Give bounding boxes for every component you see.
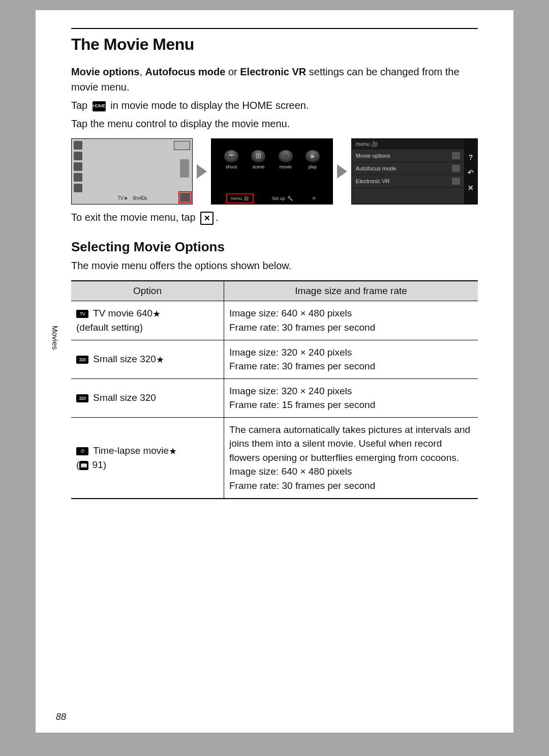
gear-icon [74,162,82,171]
page-title: The Movie Menu [71,35,478,54]
setup-button: Set up🔧 [272,196,293,201]
movie-options-table: Option Image size and frame rate TV TV m… [71,280,478,499]
page-ref-icon: 📖 [79,461,88,470]
zoom-control [180,159,189,178]
detail-cell: Image size: 320 × 240 pixels Frame rate:… [224,379,478,417]
detail-cell: The camera automatically takes pictures … [224,417,478,498]
option-cell: ⏱ Time-lapse movie★(📖 91) [71,417,224,498]
help-icon: ? [469,153,473,161]
mode-movie: 🎥movie [279,150,293,169]
table-row: 320 Small size 320Image size: 320 × 240 … [71,379,478,417]
movie-icon [74,141,82,150]
tv-badge-icon [452,152,460,159]
arrow-right-icon [337,164,347,179]
play-icon [74,152,82,160]
mode-play: ▶play [306,150,320,169]
table-row: 320 Small size 320★Image size: 320 × 240… [71,340,478,379]
option-badge-icon: 320 [76,394,88,402]
option-cell: 320 Small size 320★ [71,340,224,379]
menu-item-autofocus: Autofocus mode [352,162,464,175]
option-cell: TV TV movie 640★(default setting) [71,301,224,340]
exit-line: To exit the movie menu, tap ✕. [71,210,478,225]
option-badge-icon: TV [76,310,88,318]
intro-bold-1: Movie options [71,66,139,77]
close-icon: ✕ [200,212,214,225]
menu-title: menu 🎥 [352,139,464,150]
camera-screen-home: 📷shoot 🅂scene 🎥movie ▶play menu🎥 Set up🔧… [211,138,332,205]
table-row: ⏱ Time-lapse movie★(📖 91)The camera auto… [71,417,478,498]
vr-badge-icon [452,178,460,185]
option-name: Time-lapse movie [90,445,169,456]
flash-icon [74,184,82,192]
mode-shoot: 📷shoot [224,150,238,169]
tap-menu-line: Tap the menu control to display the movi… [71,116,478,131]
sub-heading: Selecting Movie Options [71,239,478,255]
af-badge-icon [452,165,460,172]
page-number: 88 [56,712,66,722]
detail-cell: Image size: 640 × 480 pixels Frame rate:… [224,301,478,340]
close-button: ✕ [312,196,316,201]
status-readout: TV★ 8m40s [117,195,147,201]
tap-home-line: Tap HOME in movie mode to display the HO… [71,98,478,113]
screenshots-row: TV★ 8m40s 📷shoot 🅂scene 🎥movie ▶play men… [71,138,478,205]
option-name: TV movie 640 [90,308,152,318]
camera-screen-movie-menu: menu 🎥 Movie options Autofocus mode Elec… [351,138,478,205]
aperture-icon [74,173,82,182]
battery-icon [174,141,190,150]
menu-item-movie-options: Movie options [352,150,464,162]
close-icon: ✕ [468,184,474,192]
star-icon: ★ [169,446,177,456]
star-icon: ★ [156,355,164,365]
option-note: (default setting) [76,321,219,335]
th-option: Option [71,281,224,301]
option-badge-icon: 320 [76,356,88,364]
table-row: TV TV movie 640★(default setting)Image s… [71,301,478,340]
star-icon: ★ [152,309,161,319]
th-detail: Image size and frame rate [224,281,478,301]
home-icon: HOME [93,101,106,111]
intro-bold-3: Electronic VR [240,66,306,77]
sub-text: The movie menu offers the options shown … [71,258,478,273]
back-icon: ↶ [468,168,474,177]
menu-button-highlight: menu🎥 [228,195,253,202]
home-button-highlight [180,193,190,202]
option-badge-icon: ⏱ [76,447,88,455]
option-note: (📖 91) [76,458,219,472]
option-name: Small size 320 [90,392,156,403]
intro-paragraph: Movie options, Autofocus mode or Electro… [71,64,478,95]
camera-screen-shooting: TV★ 8m40s [71,138,193,205]
mode-scene: 🅂scene [251,150,265,169]
intro-bold-2: Autofocus mode [145,66,226,77]
detail-cell: Image size: 320 × 240 pixels Frame rate:… [224,340,478,379]
option-name: Small size 320 [90,354,156,364]
section-side-label: Movies [51,326,59,350]
header-rule [71,28,478,29]
arrow-right-icon [197,164,207,179]
option-cell: 320 Small size 320 [71,379,224,417]
menu-item-electronic-vr: Electronic VR [352,175,464,188]
